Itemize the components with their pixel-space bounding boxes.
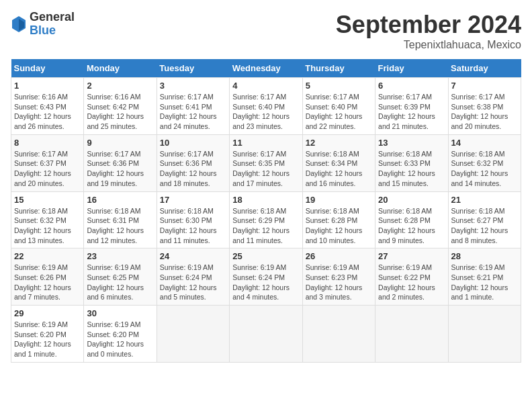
daylight-label: Daylight: 12 hours and 8 minutes.	[451, 226, 508, 244]
table-row: 16 Sunrise: 6:18 AM Sunset: 6:31 PM Dayl…	[84, 191, 157, 248]
col-thursday: Thursday	[302, 59, 375, 78]
day-number: 17	[160, 195, 226, 205]
sunset-label: Sunset: 6:36 PM	[160, 159, 212, 167]
sunrise-label: Sunrise: 6:17 AM	[160, 93, 214, 101]
sunrise-label: Sunrise: 6:18 AM	[160, 207, 214, 215]
day-number: 11	[232, 138, 299, 148]
sunrise-label: Sunrise: 6:18 AM	[451, 207, 505, 215]
sunset-label: Sunset: 6:21 PM	[451, 273, 504, 281]
day-number: 9	[87, 138, 153, 148]
sunset-label: Sunset: 6:20 PM	[87, 330, 139, 338]
daylight-label: Daylight: 12 hours and 15 minutes.	[378, 169, 435, 187]
sunset-label: Sunset: 6:28 PM	[306, 216, 358, 224]
daylight-label: Daylight: 12 hours and 4 minutes.	[232, 283, 290, 302]
daylight-label: Daylight: 12 hours and 3 minutes.	[306, 283, 363, 302]
table-row: 5 Sunrise: 6:17 AM Sunset: 6:40 PM Dayli…	[302, 78, 375, 135]
day-info: Sunrise: 6:18 AM Sunset: 6:30 PM Dayligh…	[160, 206, 226, 246]
day-info: Sunrise: 6:19 AM Sunset: 6:22 PM Dayligh…	[378, 263, 445, 302]
calendar-row: 8 Sunrise: 6:17 AM Sunset: 6:37 PM Dayli…	[11, 134, 521, 191]
day-number: 20	[378, 195, 445, 205]
table-row: 8 Sunrise: 6:17 AM Sunset: 6:37 PM Dayli…	[11, 134, 84, 191]
sunset-label: Sunset: 6:20 PM	[14, 330, 66, 338]
day-info: Sunrise: 6:18 AM Sunset: 6:27 PM Dayligh…	[451, 206, 518, 246]
calendar-header-row: Sunday Monday Tuesday Wednesday Thursday…	[11, 59, 521, 78]
daylight-label: Daylight: 12 hours and 18 minutes.	[160, 169, 217, 187]
empty-cell	[375, 306, 448, 363]
col-monday: Monday	[84, 59, 157, 78]
month-title: September 2024	[336, 11, 521, 39]
sunrise-label: Sunrise: 6:19 AM	[378, 263, 432, 271]
table-row: 3 Sunrise: 6:17 AM Sunset: 6:41 PM Dayli…	[157, 78, 229, 135]
col-wednesday: Wednesday	[230, 59, 302, 78]
day-info: Sunrise: 6:17 AM Sunset: 6:40 PM Dayligh…	[232, 92, 299, 132]
day-info: Sunrise: 6:18 AM Sunset: 6:32 PM Dayligh…	[14, 206, 81, 246]
col-saturday: Saturday	[448, 59, 521, 78]
sunset-label: Sunset: 6:31 PM	[87, 216, 139, 224]
day-number: 21	[451, 195, 518, 205]
day-info: Sunrise: 6:17 AM Sunset: 6:36 PM Dayligh…	[87, 149, 153, 189]
sunrise-label: Sunrise: 6:19 AM	[87, 263, 140, 271]
calendar-row: 22 Sunrise: 6:19 AM Sunset: 6:26 PM Dayl…	[11, 248, 521, 306]
daylight-label: Daylight: 12 hours and 26 minutes.	[14, 112, 71, 130]
daylight-label: Daylight: 12 hours and 25 minutes.	[87, 112, 144, 130]
sunrise-label: Sunrise: 6:18 AM	[451, 150, 505, 158]
col-sunday: Sunday	[11, 59, 84, 78]
sunrise-label: Sunrise: 6:19 AM	[87, 320, 140, 328]
calendar-table: Sunday Monday Tuesday Wednesday Thursday…	[11, 59, 521, 363]
table-row: 14 Sunrise: 6:18 AM Sunset: 6:32 PM Dayl…	[448, 134, 521, 191]
table-row: 10 Sunrise: 6:17 AM Sunset: 6:36 PM Dayl…	[157, 134, 229, 191]
daylight-label: Daylight: 12 hours and 7 minutes.	[14, 283, 71, 302]
daylight-label: Daylight: 12 hours and 6 minutes.	[87, 283, 144, 302]
empty-cell	[302, 306, 375, 363]
sunset-label: Sunset: 6:43 PM	[14, 103, 66, 111]
day-info: Sunrise: 6:17 AM Sunset: 6:36 PM Dayligh…	[160, 149, 226, 189]
day-number: 25	[232, 251, 299, 261]
sunrise-label: Sunrise: 6:17 AM	[451, 93, 505, 101]
sunset-label: Sunset: 6:30 PM	[160, 216, 212, 224]
sunset-label: Sunset: 6:23 PM	[306, 273, 358, 281]
table-row: 21 Sunrise: 6:18 AM Sunset: 6:27 PM Dayl…	[448, 191, 521, 248]
day-number: 14	[451, 138, 518, 148]
table-row: 19 Sunrise: 6:18 AM Sunset: 6:28 PM Dayl…	[302, 191, 375, 248]
day-info: Sunrise: 6:17 AM Sunset: 6:37 PM Dayligh…	[14, 149, 81, 189]
sunset-label: Sunset: 6:33 PM	[378, 159, 431, 167]
sunrise-label: Sunrise: 6:19 AM	[306, 263, 359, 271]
table-row: 2 Sunrise: 6:16 AM Sunset: 6:42 PM Dayli…	[84, 78, 157, 135]
sunrise-label: Sunrise: 6:18 AM	[232, 207, 286, 215]
sunset-label: Sunset: 6:40 PM	[232, 103, 285, 111]
daylight-label: Daylight: 12 hours and 17 minutes.	[232, 169, 290, 187]
table-row: 22 Sunrise: 6:19 AM Sunset: 6:26 PM Dayl…	[11, 248, 84, 306]
daylight-label: Daylight: 12 hours and 1 minute.	[14, 340, 71, 358]
sunset-label: Sunset: 6:40 PM	[306, 103, 358, 111]
sunset-label: Sunset: 6:22 PM	[378, 273, 431, 281]
sunrise-label: Sunrise: 6:17 AM	[87, 150, 140, 158]
sunrise-label: Sunrise: 6:18 AM	[306, 150, 359, 158]
table-row: 27 Sunrise: 6:19 AM Sunset: 6:22 PM Dayl…	[375, 248, 448, 306]
day-number: 18	[232, 195, 299, 205]
col-tuesday: Tuesday	[157, 59, 229, 78]
day-info: Sunrise: 6:19 AM Sunset: 6:24 PM Dayligh…	[160, 263, 226, 302]
logo: General Blue	[11, 11, 75, 38]
day-number: 8	[14, 138, 81, 148]
sunrise-label: Sunrise: 6:18 AM	[378, 207, 432, 215]
daylight-label: Daylight: 12 hours and 19 minutes.	[87, 169, 144, 187]
table-row: 24 Sunrise: 6:19 AM Sunset: 6:24 PM Dayl…	[157, 248, 229, 306]
sunset-label: Sunset: 6:41 PM	[160, 103, 212, 111]
day-number: 28	[451, 251, 518, 261]
day-info: Sunrise: 6:17 AM Sunset: 6:38 PM Dayligh…	[451, 92, 518, 132]
day-info: Sunrise: 6:17 AM Sunset: 6:41 PM Dayligh…	[160, 92, 226, 132]
table-row: 9 Sunrise: 6:17 AM Sunset: 6:36 PM Dayli…	[84, 134, 157, 191]
day-info: Sunrise: 6:19 AM Sunset: 6:24 PM Dayligh…	[232, 263, 299, 302]
day-info: Sunrise: 6:19 AM Sunset: 6:21 PM Dayligh…	[451, 263, 518, 302]
daylight-label: Daylight: 12 hours and 24 minutes.	[160, 112, 217, 130]
location-subtitle: Tepenixtlahuaca, Mexico	[336, 39, 521, 51]
logo-icon	[11, 15, 27, 34]
day-number: 4	[232, 81, 299, 91]
day-info: Sunrise: 6:17 AM Sunset: 6:35 PM Dayligh…	[232, 149, 299, 189]
title-section: September 2024 Tepenixtlahuaca, Mexico	[336, 11, 521, 51]
table-row: 17 Sunrise: 6:18 AM Sunset: 6:30 PM Dayl…	[157, 191, 229, 248]
day-info: Sunrise: 6:18 AM Sunset: 6:29 PM Dayligh…	[232, 206, 299, 246]
day-info: Sunrise: 6:18 AM Sunset: 6:31 PM Dayligh…	[87, 206, 153, 246]
table-row: 30 Sunrise: 6:19 AM Sunset: 6:20 PM Dayl…	[84, 306, 157, 363]
daylight-label: Daylight: 12 hours and 12 minutes.	[87, 226, 144, 244]
